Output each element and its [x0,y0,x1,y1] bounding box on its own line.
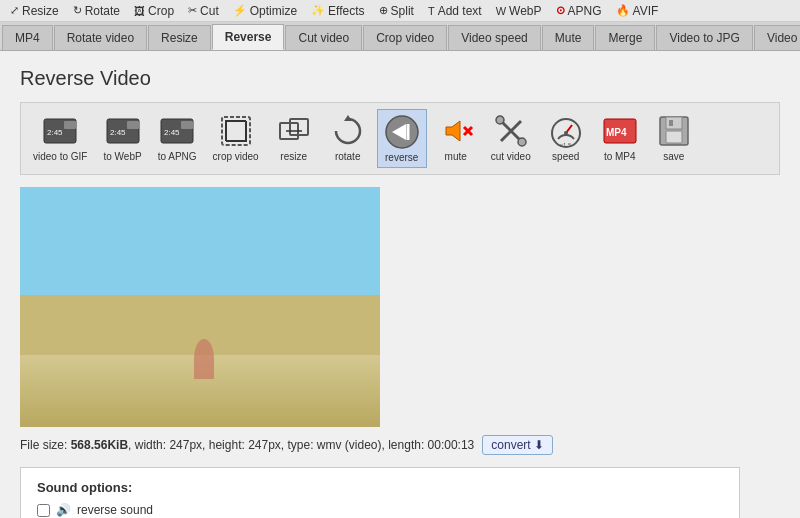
toolbar-label-resize: resize [280,151,307,162]
tab-video-to-png[interactable]: Video to PNG [754,25,800,50]
toolbar-btn-reverse[interactable]: reverse [377,109,427,168]
reverse-sound-checkbox[interactable] [37,504,50,517]
menu-crop[interactable]: 🖼 Crop [128,3,180,19]
webp-icon: W [496,5,506,17]
rotate-icon: ↻ [73,4,82,17]
menu-cut[interactable]: ✂ Cut [182,3,225,19]
apng-icon: ⊙ [556,4,565,17]
resize-icon [276,113,312,149]
svg-rect-31 [666,117,682,129]
file-meta: , width: 247px, height: 247px, type: wmv… [128,438,474,452]
toolbar-label-rotate: rotate [335,151,361,162]
convert-download-icon: ⬇ [534,438,544,452]
menu-resize[interactable]: ⤢ Resize [4,3,65,19]
menu-rotate[interactable]: ↻ Rotate [67,3,126,19]
tab-bar: MP4 Rotate video Resize Reverse Cut vide… [0,22,800,51]
sound-option-reverse: 🔊 reverse sound [37,503,723,517]
menu-webp[interactable]: W WebP [490,3,548,19]
tab-video-speed[interactable]: Video speed [448,25,541,50]
reverse-icon [384,114,420,150]
tab-mp4[interactable]: MP4 [2,25,53,50]
toolbar-btn-speed[interactable]: x1.5 speed [541,109,591,168]
toolbar-btn-cut-video[interactable]: cut video [485,109,537,168]
reverse-sound-label[interactable]: reverse sound [77,503,153,517]
toolbar-label-crop-video: crop video [213,151,259,162]
svg-rect-33 [669,120,673,126]
split-icon: ⊕ [379,4,388,17]
sound-options-title: Sound options: [37,480,723,495]
page-title: Reverse Video [20,67,780,90]
to-webp-icon: 2:45 [105,113,141,149]
tab-crop-video[interactable]: Crop video [363,25,447,50]
cut-icon: ✂ [188,4,197,17]
menu-effects[interactable]: ✨ Effects [305,3,370,19]
toolbar-btn-video-to-gif[interactable]: 2:45 video to GIF [27,109,93,168]
video-background [20,187,380,427]
svg-text:2:45: 2:45 [164,128,180,137]
toolbar-label-speed: speed [552,151,579,162]
effects-icon: ✨ [311,4,325,17]
svg-rect-5 [127,121,139,129]
toolbar-label-to-webp: to WebP [103,151,141,162]
toolbar-label-save: save [663,151,684,162]
to-mp4-icon: MP4 [602,113,638,149]
avif-icon: 🔥 [616,4,630,17]
menu-optimize[interactable]: ⚡ Optimize [227,3,303,19]
svg-marker-17 [446,121,460,141]
toolbar-label-to-mp4: to MP4 [604,151,636,162]
speed-icon: x1.5 [548,113,584,149]
resize-icon: ⤢ [10,4,19,17]
toolbar-btn-resize[interactable]: resize [269,109,319,168]
video-to-gif-icon: 2:45 [42,113,78,149]
toolbar-label-to-apng: to APNG [158,151,197,162]
tab-rotate-video[interactable]: Rotate video [54,25,147,50]
addtext-icon: T [428,5,435,17]
video-toolbar: 2:45 video to GIF 2:45 to WebP 2:45 to A… [20,102,780,175]
optimize-icon: ⚡ [233,4,247,17]
file-info-text: File size: 568.56KiB, width: 247px, heig… [20,438,474,452]
svg-rect-32 [666,131,682,143]
svg-point-26 [564,131,568,135]
to-apng-icon: 2:45 [159,113,195,149]
menu-apng[interactable]: ⊙ APNG [550,3,608,19]
svg-rect-2 [64,121,76,129]
reverse-sound-icon: 🔊 [56,503,71,517]
convert-button[interactable]: convert ⬇ [482,435,552,455]
sound-options-panel: Sound options: 🔊 reverse sound 🔇 mute so… [20,467,740,518]
file-size: 568.56KiB [71,438,128,452]
toolbar-label-mute: mute [445,151,467,162]
menu-addtext[interactable]: T Add text [422,3,488,19]
toolbar-btn-to-mp4[interactable]: MP4 to MP4 [595,109,645,168]
svg-text:2:45: 2:45 [47,128,63,137]
menu-split[interactable]: ⊕ Split [373,3,420,19]
video-player[interactable] [20,187,380,427]
svg-rect-8 [181,121,193,129]
tab-resize[interactable]: Resize [148,25,211,50]
svg-point-23 [518,138,526,146]
main-content: Reverse Video 2:45 video to GIF 2:45 to … [0,51,800,518]
tab-reverse[interactable]: Reverse [212,24,285,50]
toolbar-btn-to-apng[interactable]: 2:45 to APNG [152,109,203,168]
svg-text:2:45: 2:45 [110,128,126,137]
toolbar-label-reverse: reverse [385,152,418,163]
tab-mute[interactable]: Mute [542,25,595,50]
save-icon [656,113,692,149]
toolbar-label-cut-video: cut video [491,151,531,162]
menu-avif[interactable]: 🔥 AVIF [610,3,665,19]
rotate-icon [330,113,366,149]
file-info: File size: 568.56KiB, width: 247px, heig… [20,435,780,455]
tab-video-to-jpg[interactable]: Video to JPG [656,25,753,50]
toolbar-btn-rotate[interactable]: rotate [323,109,373,168]
tab-cut-video[interactable]: Cut video [285,25,362,50]
svg-text:x1.5: x1.5 [560,142,572,148]
tab-merge[interactable]: Merge [595,25,655,50]
crop-icon: 🖼 [134,5,145,17]
toolbar-btn-mute[interactable]: mute [431,109,481,168]
toolbar-btn-crop-video[interactable]: crop video [207,109,265,168]
mute-icon [438,113,474,149]
toolbar-btn-to-webp[interactable]: 2:45 to WebP [97,109,147,168]
top-menu: ⤢ Resize ↻ Rotate 🖼 Crop ✂ Cut ⚡ Optimiz… [0,0,800,22]
toolbar-label-video-to-gif: video to GIF [33,151,87,162]
toolbar-btn-save[interactable]: save [649,109,699,168]
svg-point-22 [496,116,504,124]
